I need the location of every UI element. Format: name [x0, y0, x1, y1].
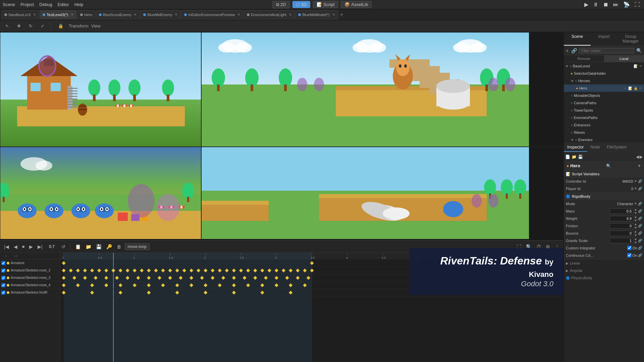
tree-item-enemies[interactable]: ▼ ○ Enemies [564, 136, 644, 143]
menu-help[interactable]: Help [74, 2, 84, 7]
node-tab[interactable]: Node [587, 143, 603, 152]
toolbar-move[interactable]: ✥ [14, 22, 23, 30]
weight-input[interactable] [610, 216, 633, 221]
toolbar-rotate[interactable]: ↻ [26, 22, 35, 30]
pause-button[interactable]: ⏸ [592, 1, 600, 8]
add-tab-button[interactable]: + [339, 12, 344, 18]
viewport-topleft[interactable] [0, 32, 201, 147]
anim-track-nose4[interactable]: Armature/Skeleton:nose_4 [0, 282, 60, 289]
anim-back-button[interactable]: |◀ [3, 243, 10, 250]
controller-id-dropdown[interactable]: ▼ [634, 179, 637, 183]
weight-link[interactable]: 🔗 [638, 217, 642, 220]
custom-integrator-link[interactable]: 🔗 [638, 246, 642, 250]
controller-id-link[interactable]: 🔗 [638, 179, 642, 183]
animation-name[interactable]: move-loop [125, 243, 150, 250]
tab-active-close[interactable]: ✕ [71, 13, 73, 16]
tab-close[interactable]: ✕ [134, 13, 137, 16]
mass-input[interactable] [610, 208, 633, 214]
insp-open[interactable]: 📁 [572, 155, 577, 159]
inspector-tab[interactable]: Inspector [564, 143, 587, 152]
continuous-cd-checkbox[interactable] [627, 253, 632, 257]
viewport-bottomright[interactable] [201, 147, 564, 239]
scene-search-button[interactable]: 🔍 [636, 47, 643, 54]
anim-folder[interactable]: 📁 [84, 243, 93, 250]
tab-close[interactable]: ✕ [289, 13, 291, 16]
weight-spinner[interactable]: ▲▼ [634, 215, 637, 222]
import-tab[interactable]: Import [591, 32, 618, 46]
mode-2d-button[interactable]: ⧉ 2D [272, 1, 290, 8]
anim-track-nose3[interactable]: Armature/Skeleton:nose_3 [0, 274, 60, 282]
linear-section[interactable]: ▶ Linear [564, 259, 644, 267]
tree-item-selector[interactable]: ● SelectorDataHolder [564, 70, 644, 77]
friction-spinner[interactable]: ▲▼ [634, 222, 637, 230]
friction-link[interactable]: 🔗 [638, 224, 642, 228]
track-nose2-checkbox[interactable] [1, 268, 5, 273]
tree-item-hero[interactable]: ● Hero ✏ 📝 🔒 👁 [564, 84, 644, 92]
tab-close[interactable]: ✕ [33, 13, 36, 16]
bounce-link[interactable]: 🔗 [638, 231, 642, 235]
viewport-canvas-4[interactable] [202, 147, 529, 239]
track-nose3-checkbox[interactable] [1, 276, 5, 280]
tree-item-entrances[interactable]: ○ Entrances [564, 121, 644, 129]
anim-play-button[interactable]: ▶ [28, 243, 34, 250]
node-search-button[interactable]: 🔍 [606, 164, 611, 168]
anim-add-track[interactable]: 📋 [74, 243, 82, 250]
insp-back[interactable]: ◀ [636, 155, 639, 159]
local-tab[interactable]: Local [604, 55, 644, 62]
anim-delete[interactable]: 🗑 [115, 243, 123, 250]
remote-button[interactable]: 📡 [622, 1, 631, 8]
player-id-dropdown[interactable]: ▼ [634, 187, 637, 190]
group-manager-tab[interactable]: Group Manager [617, 32, 644, 46]
remote-tab[interactable]: Remote [564, 55, 604, 62]
menu-debug[interactable]: Debug [39, 2, 52, 7]
anim-track-armature[interactable]: Armature [0, 259, 60, 267]
tree-item-camerapaths[interactable]: ○ CameraPaths [564, 99, 644, 107]
gravity-scale-spinner[interactable]: ▲▼ [634, 237, 637, 244]
physics-body-section[interactable]: 🔵 PhysicsBody [564, 274, 644, 282]
tab-close[interactable]: ✕ [332, 13, 335, 16]
player-id-link[interactable]: 🔗 [638, 187, 642, 190]
play-button[interactable]: ▶ [583, 1, 590, 8]
tree-item-baselevel[interactable]: ▼ ○ BaseLevel 📝 👁 [564, 62, 644, 70]
script-variables-header[interactable]: 📝 Script Variables [564, 170, 644, 178]
scene-link-button[interactable]: 🔗 [571, 47, 578, 54]
tab-sandboxlvl[interactable]: SandboxLvl.tl ✕ [1, 10, 39, 19]
scene-tab[interactable]: Scene [564, 32, 591, 46]
tab-bluemidenemy[interactable]: BlueMidEnemy ✕ [140, 10, 180, 19]
tree-item-enemiespaths[interactable]: ○ EnemiesPaths [564, 114, 644, 121]
mode-3d-button[interactable]: ⬡ 3D [292, 1, 310, 8]
anim-prev-button[interactable]: ◀ [12, 243, 19, 250]
hero-vis-btn[interactable]: 👁 [639, 86, 643, 90]
insp-save[interactable]: 💾 [578, 155, 583, 159]
viewport-bottomleft[interactable] [0, 147, 201, 239]
angular-section[interactable]: ▶ Angular [564, 267, 644, 274]
custom-integrator-checkbox[interactable] [627, 246, 632, 250]
tab-bluescoutenemy[interactable]: BlueScoutEnemy ✕ [96, 10, 140, 19]
anim-track-nose2[interactable]: Armature/Skeleton:nose_2 [0, 267, 60, 274]
stop-button[interactable]: ⏹ [602, 1, 610, 8]
gravity-scale-link[interactable]: 🔗 [638, 239, 642, 242]
tree-script-btn[interactable]: 📝 [633, 64, 638, 68]
tab-close[interactable]: ✕ [237, 13, 240, 16]
tab-close[interactable]: ✕ [175, 13, 177, 16]
filesystem-tab[interactable]: FileSystem [603, 143, 630, 152]
bounce-spinner[interactable]: ▲▼ [634, 230, 637, 237]
friction-input[interactable] [610, 223, 633, 229]
tab-environmentlight[interactable]: EnvironmentAndLight ✕ [244, 10, 294, 19]
toolbar-lock[interactable]: 🔒 [55, 22, 66, 30]
tree-item-towerspots[interactable]: ○ TowerSpots [564, 107, 644, 114]
viewport-canvas-3[interactable] [0, 147, 201, 239]
gravity-scale-input[interactable] [610, 238, 633, 243]
viewport-canvas-1[interactable] [0, 33, 201, 147]
mass-spinner[interactable]: ▲▼ [634, 207, 637, 215]
anim-loop-button[interactable]: ↺ [60, 243, 67, 250]
continuous-cd-link[interactable]: 🔗 [638, 253, 642, 257]
bounce-input[interactable] [610, 231, 633, 236]
tree-item-waves[interactable]: ○ Waves [564, 129, 644, 136]
anim-keys[interactable]: 🔑 [105, 243, 113, 250]
menu-editor[interactable]: Editor [58, 2, 69, 7]
insp-history-new[interactable]: 📄 [565, 155, 570, 159]
hero-edit-btn[interactable]: ✏ [624, 86, 627, 90]
scene-filter-input[interactable] [579, 48, 634, 53]
fullscreen-button[interactable]: ⛶ [633, 1, 641, 8]
